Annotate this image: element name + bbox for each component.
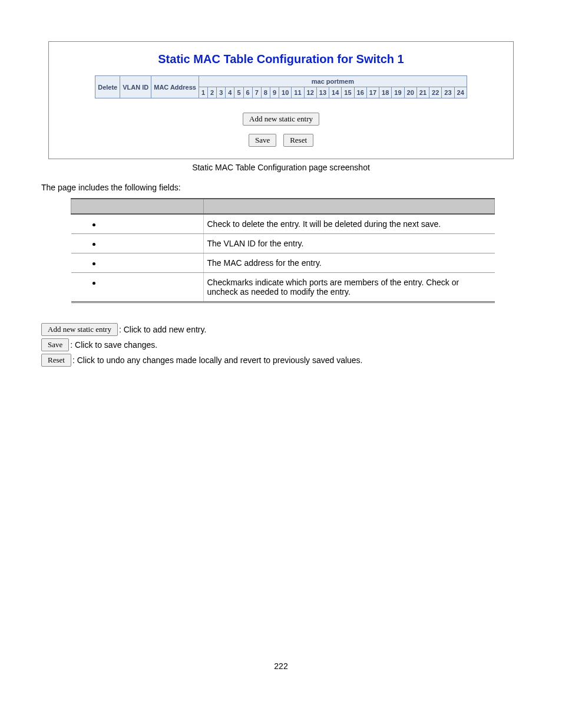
col-port-22: 22 — [429, 87, 442, 98]
col-port-23: 23 — [442, 87, 454, 98]
col-port-17: 17 — [366, 87, 379, 98]
col-port-2: 2 — [208, 87, 217, 98]
config-screenshot: Static MAC Table Configuration for Switc… — [48, 41, 514, 159]
legend-add-text: : Click to add new entry. — [119, 325, 206, 334]
add-entry-button[interactable]: Add new static entry — [243, 113, 319, 126]
fields-table: Check to delete the entry. It will be de… — [71, 198, 495, 303]
legend-reset-button[interactable]: Reset — [41, 354, 71, 367]
col-port-10: 10 — [279, 87, 292, 98]
col-port-8: 8 — [261, 87, 270, 98]
table-row: The VLAN ID for the entry. — [71, 234, 495, 253]
field-desc: Check to delete the entry. It will be de… — [203, 214, 495, 234]
col-port-20: 20 — [404, 87, 416, 98]
button-legend: Add new static entry : Click to add new … — [41, 323, 521, 367]
col-port-16: 16 — [354, 87, 366, 98]
field-desc: The VLAN ID for the entry. — [203, 234, 495, 253]
bullet-icon — [92, 282, 95, 285]
col-delete: Delete — [95, 76, 120, 98]
col-port-6: 6 — [243, 87, 252, 98]
col-port-9: 9 — [270, 87, 279, 98]
screenshot-caption: Static MAC Table Configuration page scre… — [41, 163, 521, 172]
table-row: Checkmarks indicate which ports are memb… — [71, 273, 495, 302]
table-row: Check to delete the entry. It will be de… — [71, 214, 495, 234]
page-number: 222 — [41, 661, 521, 671]
table-row: The MAC address for the entry. — [71, 253, 495, 273]
legend-reset-text: : Click to undo any changes made locally… — [72, 355, 363, 365]
col-port-24: 24 — [454, 87, 467, 98]
col-port-14: 14 — [329, 87, 342, 98]
col-mac: MAC Address — [151, 76, 199, 98]
col-port-1: 1 — [199, 87, 207, 98]
col-port-19: 19 — [392, 87, 404, 98]
reset-button[interactable]: Reset — [283, 134, 313, 147]
legend-add-button[interactable]: Add new static entry — [41, 323, 118, 336]
portmem-header: mac portmem — [199, 76, 467, 87]
save-button[interactable]: Save — [249, 134, 276, 147]
fields-header-desc — [203, 199, 495, 214]
legend-save-button[interactable]: Save — [41, 338, 69, 351]
col-port-4: 4 — [226, 87, 234, 98]
col-port-5: 5 — [234, 87, 243, 98]
legend-save-text: : Click to save changes. — [70, 340, 157, 350]
col-port-18: 18 — [379, 87, 392, 98]
fields-intro: The page includes the following fields: — [41, 183, 521, 192]
mac-config-table: Delete VLAN ID MAC Address mac portmem 1… — [95, 75, 467, 98]
bullet-icon — [92, 223, 95, 226]
field-desc: Checkmarks indicate which ports are memb… — [203, 273, 495, 302]
col-vlan-id: VLAN ID — [120, 76, 151, 98]
bullet-icon — [92, 262, 95, 265]
col-port-12: 12 — [304, 87, 316, 98]
bullet-icon — [92, 243, 95, 246]
col-port-13: 13 — [316, 87, 329, 98]
field-desc: The MAC address for the entry. — [203, 253, 495, 273]
col-port-7: 7 — [252, 87, 261, 98]
col-port-21: 21 — [416, 87, 429, 98]
config-title: Static MAC Table Configuration for Switc… — [57, 52, 505, 66]
col-port-15: 15 — [342, 87, 354, 98]
fields-header-object — [71, 199, 204, 214]
col-port-3: 3 — [217, 87, 226, 98]
col-port-11: 11 — [292, 87, 304, 98]
